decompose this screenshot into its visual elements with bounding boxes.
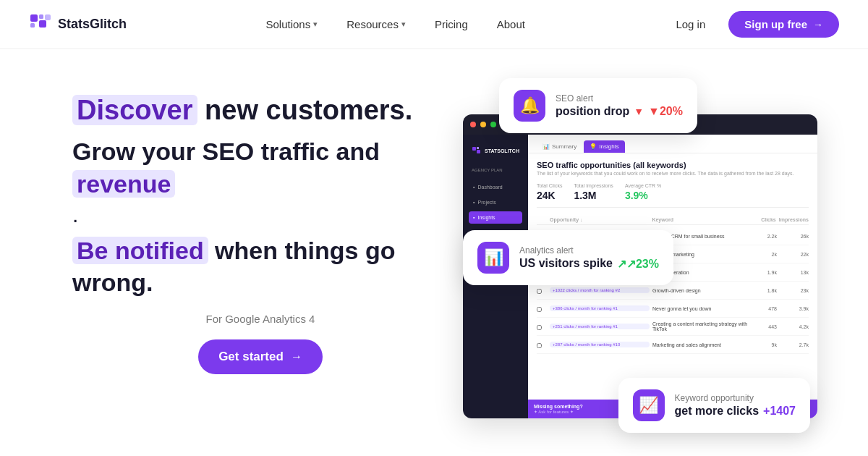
resources-chevron-icon: ▾ (401, 20, 406, 29)
hero-right: 🔔 SEO alert position drop ▼▼20% 📊 Analyt… (477, 78, 810, 455)
table-row: +386 clicks / month for ranking #1 Never… (537, 300, 809, 318)
nav-about[interactable]: About (485, 12, 537, 36)
nav-right: Log in Sign up free → (664, 11, 839, 38)
dash-sidebar-insights[interactable]: ▪Insights (469, 211, 522, 224)
solutions-chevron-icon: ▾ (313, 20, 318, 29)
keyword-alert-value: get more clicks +1407 (675, 405, 796, 418)
keyword-alert-content: Keyword opportunity get more clicks +140… (675, 393, 796, 418)
logo-text: StatsGlitch (58, 17, 127, 32)
hero-highlight-notified: Be notified (72, 237, 208, 264)
get-started-button[interactable]: Get started → (198, 339, 323, 374)
signup-button[interactable]: Sign up free → (728, 11, 839, 38)
svg-rect-1 (39, 14, 43, 19)
hero-section: Discover new customers. Grow your SEO tr… (0, 49, 868, 455)
dash-tabs: 📊Summary 💡Insights (528, 135, 817, 153)
hero-headline-1: Discover new customers. (72, 93, 448, 128)
dash-stat-ctr: Average CTR % 3.9% (625, 183, 661, 201)
dash-sidebar-logo: STATSGLITCH (469, 143, 522, 159)
keyword-alert-label: Keyword opportunity (675, 393, 796, 403)
seo-alert-card: 🔔 SEO alert position drop ▼▼20% (499, 78, 697, 133)
cta-arrow-icon: → (291, 350, 302, 363)
analytics-alert-label: Analytics alert (519, 245, 659, 256)
hero-for-ga: For Google Analytics 4 (72, 313, 448, 325)
dash-table-header: Opportunity ↓ Keyword Clicks Impressions (537, 215, 809, 225)
svg-rect-2 (30, 23, 35, 28)
hero-text: Discover new customers. Grow your SEO tr… (72, 78, 448, 374)
tab-insights[interactable]: 💡Insights (584, 140, 625, 153)
seo-alert-change: ▼ (634, 106, 644, 117)
dash-main-subtitle: The list of your keywords that you could… (537, 171, 809, 176)
hero-headline-3: Be notified when things go wrong. (72, 235, 448, 298)
analytics-alert-value: US visitors spike ↗↗23% (519, 257, 659, 271)
dash-stat-clicks: Total Clicks 24K (537, 183, 562, 201)
svg-rect-3 (39, 20, 46, 28)
logo-icon (29, 13, 52, 36)
nav-links: Solutions ▾ Resources ▾ Pricing About (254, 12, 536, 36)
dash-main-title: SEO traffic opportunities (all keywords) (537, 161, 809, 169)
dash-sidebar-projects[interactable]: ▪Projects (469, 196, 522, 208)
table-row: +251 clicks / month for ranking #1 Creat… (537, 318, 809, 336)
seo-alert-content: SEO alert position drop ▼▼20% (556, 93, 683, 118)
keyword-alert-card: 📈 Keyword opportunity get more clicks +1… (618, 378, 810, 433)
dash-sidebar-plan: AGENCY PLAN (469, 168, 522, 172)
dash-stats-row: Total Clicks 24K Total Impressions 1.3M … (537, 183, 809, 208)
svg-rect-6 (477, 147, 479, 149)
hero-highlight-revenue: revenue (72, 170, 175, 198)
signup-arrow-icon: → (813, 19, 823, 30)
dash-stat-impressions: Total Impressions 1.3M (574, 183, 613, 201)
nav-pricing[interactable]: Pricing (423, 12, 480, 36)
seo-alert-value: position drop ▼▼20% (556, 105, 683, 118)
svg-rect-0 (30, 14, 38, 22)
analytics-alert-content: Analytics alert US visitors spike ↗↗23% (519, 245, 659, 271)
nav-resources[interactable]: Resources ▾ (335, 12, 417, 36)
logo[interactable]: StatsGlitch (29, 13, 127, 36)
tab-summary[interactable]: 📊Summary (537, 140, 582, 153)
svg-rect-4 (45, 14, 51, 20)
login-button[interactable]: Log in (664, 12, 717, 36)
dash-sidebar-logo-text: STATSGLITCH (485, 148, 519, 154)
nav-solutions[interactable]: Solutions ▾ (254, 12, 329, 36)
hero-highlight-discover: Discover (72, 95, 197, 125)
hero-headline-2: Grow your SEO traffic and revenue (72, 135, 448, 199)
keyword-alert-icon: 📈 (633, 389, 665, 421)
navbar: StatsGlitch Solutions ▾ Resources ▾ Pric… (0, 0, 868, 49)
seo-alert-label: SEO alert (556, 93, 683, 104)
hero-dot: · (72, 207, 448, 232)
analytics-alert-card: 📊 Analytics alert US visitors spike ↗↗23… (463, 230, 673, 285)
dash-sidebar-dashboard[interactable]: ▪Dashboard (469, 181, 522, 193)
seo-alert-icon: 🔔 (514, 90, 545, 122)
svg-rect-7 (477, 150, 480, 153)
table-row: +287 clicks / month for ranking #10 Mark… (537, 336, 809, 354)
analytics-alert-icon: 📊 (477, 242, 509, 274)
svg-rect-5 (472, 147, 476, 151)
